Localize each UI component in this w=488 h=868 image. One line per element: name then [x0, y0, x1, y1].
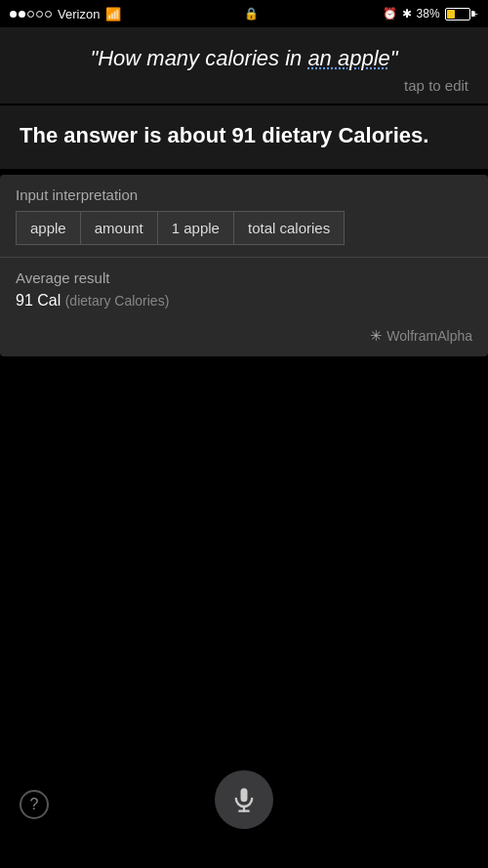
calorie-unit: (dietary Calories) — [65, 293, 170, 309]
calorie-value: 91 Cal — [16, 292, 61, 309]
input-interpretation-label: Input interpretation — [0, 175, 488, 211]
interp-cell-apple: apple — [16, 211, 81, 245]
battery-percentage: 38% — [417, 7, 440, 21]
result-card: Input interpretation apple amount 1 appl… — [0, 175, 488, 356]
interpretation-row: apple amount 1 apple total calories — [0, 211, 488, 258]
signal-icon — [10, 11, 52, 18]
bluetooth-icon: ✱ — [402, 7, 412, 21]
interp-cell-1apple: 1 apple — [157, 211, 234, 245]
answer-text: The answer is about 91 dietary Calories. — [20, 121, 468, 150]
tap-to-edit[interactable]: tap to edit — [20, 77, 468, 94]
status-right: ⏰ ✱ 38% + — [383, 7, 478, 21]
answer-area: The answer is about 91 dietary Calories. — [0, 105, 488, 170]
carrier-label: Verizon — [58, 7, 100, 21]
wolfram-name: WolframAlpha — [386, 328, 472, 344]
average-result-label: Average result — [0, 258, 488, 292]
interp-cell-amount: amount — [80, 211, 158, 245]
interp-cell-total-calories: total calories — [233, 211, 345, 245]
query-suffix: " — [390, 46, 398, 70]
lock-icon: 🔒 — [244, 7, 259, 21]
query-text[interactable]: "How many calories in an apple" — [20, 45, 468, 73]
svg-rect-0 — [241, 788, 248, 802]
status-left: Verizon 📶 — [10, 7, 121, 21]
microphone-icon — [230, 786, 258, 813]
wolfram-snowflake-icon: ✳ — [370, 327, 383, 344]
wifi-icon: 📶 — [105, 7, 121, 21]
query-prefix: "How many calories in — [90, 46, 307, 70]
query-area: "How many calories in an apple" tap to e… — [0, 27, 488, 103]
bottom-area: ? — [0, 458, 488, 868]
status-bar: Verizon 📶 🔒 ⏰ ✱ 38% + — [0, 0, 488, 27]
average-result-value: 91 Cal (dietary Calories) — [0, 292, 488, 323]
wolfram-logo: ✳ WolframAlpha — [0, 323, 488, 356]
mic-button[interactable] — [215, 770, 273, 829]
help-label: ? — [30, 796, 39, 813]
alarm-icon: ⏰ — [383, 7, 397, 21]
help-button[interactable]: ? — [20, 790, 49, 819]
battery-icon: + — [445, 8, 478, 21]
query-linked-word[interactable]: an apple — [307, 46, 389, 70]
